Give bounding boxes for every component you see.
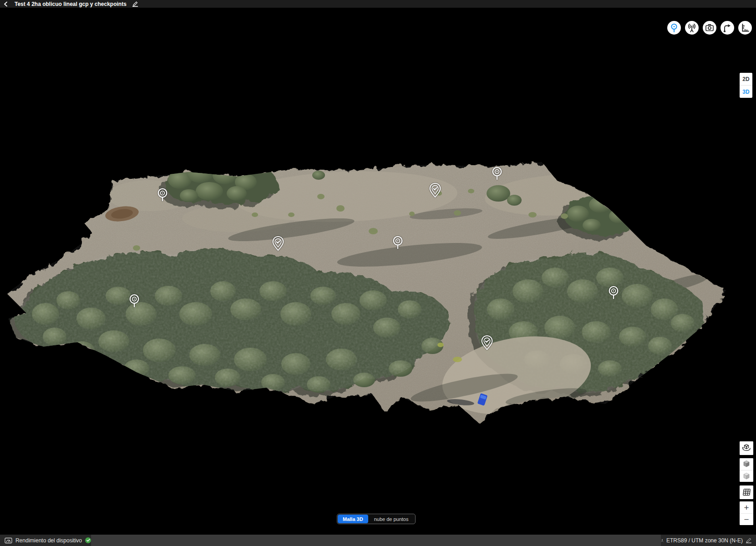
gcp-pin-icon — [156, 187, 169, 203]
zoom-out-button[interactable]: − — [740, 513, 753, 525]
orbit-reset-button[interactable] — [740, 441, 753, 455]
checkpoint-pin-icon — [480, 335, 494, 351]
measure-button[interactable] — [738, 21, 752, 35]
measure-icon — [740, 22, 751, 33]
checkpoint-marker[interactable] — [428, 182, 442, 199]
gcp-marker[interactable] — [127, 293, 141, 309]
gcp-marker[interactable] — [391, 235, 405, 251]
edit-title-button[interactable] — [132, 1, 138, 7]
gcp-markers-button[interactable] — [667, 21, 681, 35]
grid-building-icon — [741, 487, 752, 498]
cube-solid-button[interactable] — [740, 458, 753, 470]
camera-icon — [704, 22, 715, 33]
cube-light-button[interactable] — [740, 470, 753, 482]
map-toolbar — [667, 21, 752, 35]
checkpoint-pin-icon — [428, 182, 442, 199]
coordinate-system-chip: ETRS89 / UTM zone 30N (N-E) — [661, 535, 756, 546]
status-bar-spacer — [91, 535, 661, 546]
device-performance-chip[interactable]: Rendimiento del dispositivo — [0, 535, 91, 546]
app-window: Test 4 2ha oblicuo lineal gcp y checkpoi… — [0, 0, 756, 546]
gcp-marker-icon — [669, 22, 680, 33]
performance-gauge-icon — [5, 537, 12, 544]
terrain-mesh — [0, 0, 756, 546]
view-dimension-toggle: 2D 3D — [740, 73, 752, 98]
zoom-group: + − — [740, 501, 753, 525]
grid-group — [740, 485, 753, 499]
layer-toggle: Malla 3D nube de puntos — [337, 514, 416, 524]
gcp-pin-icon — [391, 235, 405, 251]
status-ok-icon — [85, 537, 91, 543]
coordinate-system-label: ETRS89 / UTM zone 30N (N-E) — [666, 537, 743, 544]
pencil-icon — [132, 1, 138, 7]
gcp-marker[interactable] — [490, 166, 504, 182]
cube-solid-icon — [741, 459, 751, 469]
view-3d-button[interactable]: 3D — [740, 86, 752, 98]
back-button[interactable] — [0, 0, 12, 8]
broadcast-button[interactable] — [685, 21, 699, 35]
gcp-pin-icon — [607, 285, 620, 301]
mesh-style-group — [740, 458, 753, 482]
plus-icon: + — [744, 503, 749, 512]
chevron-left-icon — [3, 1, 9, 7]
orbit-reset-icon — [741, 443, 752, 454]
gcp-pin-icon — [127, 293, 141, 309]
device-performance-label: Rendimiento del dispositivo — [15, 537, 82, 544]
minus-icon: − — [744, 515, 749, 524]
gcp-marker[interactable] — [156, 187, 169, 203]
gcp-marker[interactable] — [607, 285, 620, 301]
cube-light-icon — [741, 471, 751, 481]
zoom-in-button[interactable]: + — [740, 501, 753, 513]
pencil-icon — [746, 537, 752, 543]
camera-button[interactable] — [703, 21, 716, 35]
view-2d-button[interactable]: 2D — [740, 73, 752, 86]
broadcast-antenna-icon — [686, 22, 697, 33]
gcp-pin-icon — [490, 166, 504, 182]
project-title: Test 4 2ha oblicuo lineal gcp y checkpoi… — [15, 1, 127, 7]
orbit-reset-group — [740, 441, 753, 455]
checkpoint-marker[interactable] — [271, 236, 285, 252]
flight-route-button[interactable] — [720, 21, 734, 35]
status-bar: Rendimiento del dispositivo ETRS89 / UTM… — [0, 535, 756, 546]
3d-viewport[interactable] — [0, 0, 756, 546]
mesh-3d-tab[interactable]: Malla 3D — [338, 515, 368, 523]
axes-tripod-icon — [661, 537, 664, 544]
edit-crs-button[interactable] — [746, 537, 752, 543]
flight-route-icon — [722, 22, 733, 33]
grid-building-button[interactable] — [740, 485, 753, 499]
checkpoint-pin-icon — [271, 236, 285, 252]
checkpoint-marker[interactable] — [480, 335, 494, 351]
header-bar: Test 4 2ha oblicuo lineal gcp y checkpoi… — [0, 0, 756, 8]
point-cloud-tab[interactable]: nube de puntos — [368, 516, 415, 522]
